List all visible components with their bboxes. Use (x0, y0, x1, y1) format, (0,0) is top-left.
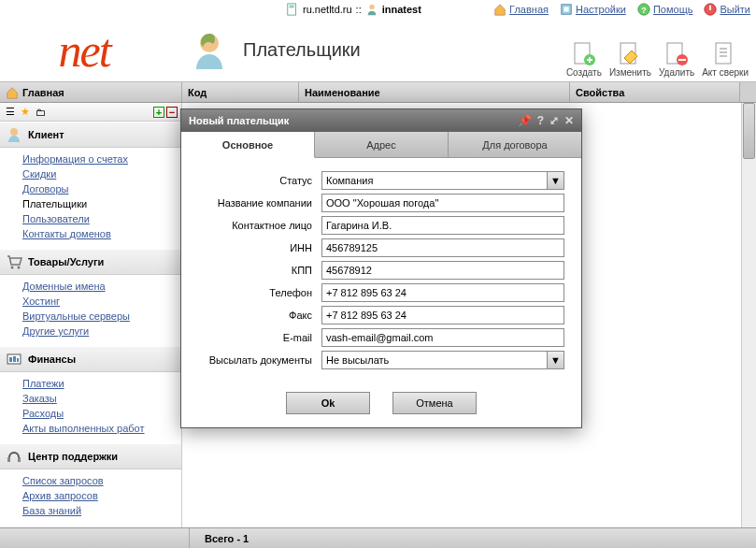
menu-exit[interactable]: Выйти (704, 3, 750, 16)
cat-finance[interactable]: Финансы (0, 346, 181, 372)
sidebar-item-archive[interactable]: Архив запросов (22, 488, 181, 503)
sidebar-item-label[interactable]: Контакты доменов (22, 228, 111, 239)
header: net Плательщики Создать Изменить Удалить… (0, 19, 756, 82)
sidebar-item-expenses[interactable]: Расходы (22, 406, 181, 421)
tool-collapse-icon[interactable]: − (166, 107, 178, 118)
sidebar-item-hosting[interactable]: Хостинг (22, 294, 181, 309)
input-email[interactable] (321, 328, 564, 347)
input-fax[interactable] (321, 306, 564, 324)
sidebar-item-vps[interactable]: Виртуальные серверы (22, 309, 181, 324)
menu-help-label[interactable]: Помощь (653, 4, 693, 15)
scrollbar-thumb[interactable] (743, 103, 755, 159)
dialog-title-bar[interactable]: Новый плательщик 📌 ? ⤢ ✕ (181, 109, 581, 132)
input-company[interactable] (321, 194, 564, 212)
sidebar-item-label[interactable]: Договоры (22, 183, 68, 195)
sidebar-item-label[interactable]: Виртуальные серверы (22, 310, 130, 322)
sidebar-item-acts[interactable]: Акты выполненных работ (22, 421, 181, 436)
svg-text:?: ? (641, 6, 646, 15)
sidebar-item-domain-contacts[interactable]: Контакты доменов (22, 226, 181, 241)
sidebar-item-label[interactable]: Платежи (22, 378, 64, 389)
delete-button[interactable]: Удалить (659, 41, 694, 78)
host: ru.netltd.ru (303, 4, 352, 15)
menu-help[interactable]: ? Помощь (637, 3, 693, 16)
sidebar-item-label[interactable]: Скидки (22, 168, 56, 180)
menu-settings[interactable]: Настройки (560, 3, 626, 16)
pin-icon[interactable]: 📌 (518, 114, 532, 127)
cat-goods[interactable]: Товары/Услуги (0, 249, 181, 275)
sidebar-item-label[interactable]: Список запросов (22, 475, 104, 486)
svg-rect-9 (710, 6, 712, 10)
tab-address[interactable]: Адрес (315, 132, 449, 157)
tool-folder-icon[interactable]: 🗀 (34, 106, 47, 119)
menu-home-label[interactable]: Главная (509, 4, 549, 15)
sidebar-item-label[interactable]: Архив запросов (22, 490, 98, 501)
finance-items: Платежи Заказы Расходы Акты выполненных … (0, 372, 181, 443)
svg-rect-16 (678, 59, 686, 61)
cat-support[interactable]: Центр поддержки (0, 443, 181, 469)
sidebar-item-payments[interactable]: Платежи (22, 376, 181, 391)
help-icon: ? (637, 3, 650, 16)
col-props[interactable]: Свойства (570, 82, 739, 102)
tab-label: Для договора (482, 139, 547, 151)
sidebar-item-contracts[interactable]: Договоры (22, 181, 181, 196)
create-icon (571, 41, 597, 67)
sidebar-item-discounts[interactable]: Скидки (22, 166, 181, 181)
chevron-down-icon[interactable]: ▼ (547, 352, 563, 368)
column-headers: Главная Код Наименование Свойства (0, 82, 756, 103)
maximize-icon[interactable]: ⤢ (549, 114, 559, 127)
menu-home[interactable]: Главная (493, 3, 549, 16)
sidebar-item-label[interactable]: Информация о счетах (22, 153, 128, 165)
cancel-button[interactable]: Отмена (392, 392, 477, 414)
select-status[interactable]: Компания▼ (321, 171, 564, 190)
col-code-label: Код (188, 87, 207, 98)
tool-list-icon[interactable]: ☰ (4, 106, 17, 119)
sep: :: (356, 4, 362, 15)
sidebar-item-label[interactable]: База знаний (22, 505, 81, 516)
recon-button[interactable]: Акт сверки (702, 41, 749, 78)
select-send[interactable]: Не высылать▼ (321, 351, 564, 369)
tool-expand-icon[interactable]: + (153, 107, 164, 118)
sidebar-item-label[interactable]: Доменные имена (22, 281, 106, 292)
sidebar-item-label[interactable]: Расходы (22, 408, 64, 419)
sidebar-item-label[interactable]: Акты выполненных работ (22, 423, 145, 434)
tab-main[interactable]: Основное (181, 132, 315, 158)
cat-goods-label: Товары/Услуги (28, 256, 104, 267)
sidebar-item-label[interactable]: Хостинг (22, 296, 60, 307)
header-actions: Создать Изменить Удалить Акт сверки (566, 41, 749, 78)
sidebar-item-label[interactable]: Заказы (22, 393, 57, 404)
page-title: Плательщики (243, 39, 361, 61)
client-items: Информация о счетах Скидки Договоры Плат… (0, 148, 181, 249)
sidebar-item-domains[interactable]: Доменные имена (22, 279, 181, 294)
input-contact[interactable] (321, 216, 564, 235)
menu-settings-label[interactable]: Настройки (576, 4, 626, 15)
home-icon (493, 3, 506, 16)
ok-button[interactable]: Ok (286, 392, 370, 414)
input-kpp[interactable] (321, 261, 564, 280)
chevron-down-icon[interactable]: ▼ (547, 172, 563, 189)
cat-client[interactable]: Клиент (0, 122, 181, 148)
col-name[interactable]: Наименование (299, 82, 570, 102)
scrollbar[interactable] (741, 103, 756, 527)
col-code[interactable]: Код (182, 82, 299, 102)
close-icon[interactable]: ✕ (564, 114, 574, 127)
sidebar-item-tickets[interactable]: Список запросов (22, 473, 181, 488)
input-phone[interactable] (321, 283, 564, 302)
edit-button[interactable]: Изменить (609, 41, 651, 78)
sidebar-item-payers[interactable]: Плательщики (22, 196, 181, 211)
create-button[interactable]: Создать (566, 41, 602, 78)
sidebar-item-label[interactable]: Пользователи (22, 213, 90, 224)
col-config[interactable] (739, 82, 756, 102)
sidebar-item-kb[interactable]: База знаний (22, 503, 181, 518)
sidebar-item-other[interactable]: Другие услуги (22, 324, 181, 339)
help-icon[interactable]: ? (537, 114, 544, 127)
input-inn[interactable] (321, 238, 564, 257)
menu-exit-label[interactable]: Выйти (720, 4, 750, 15)
col-home[interactable]: Главная (0, 82, 182, 102)
label-send: Высылать документы (191, 354, 321, 366)
sidebar-item-orders[interactable]: Заказы (22, 391, 181, 406)
sidebar-item-users[interactable]: Пользователи (22, 211, 181, 226)
tab-contract[interactable]: Для договора (449, 132, 581, 157)
sidebar-item-label[interactable]: Другие услуги (22, 325, 89, 337)
tool-star-icon[interactable]: ★ (19, 106, 32, 119)
sidebar-item-accounts[interactable]: Информация о счетах (22, 151, 181, 166)
